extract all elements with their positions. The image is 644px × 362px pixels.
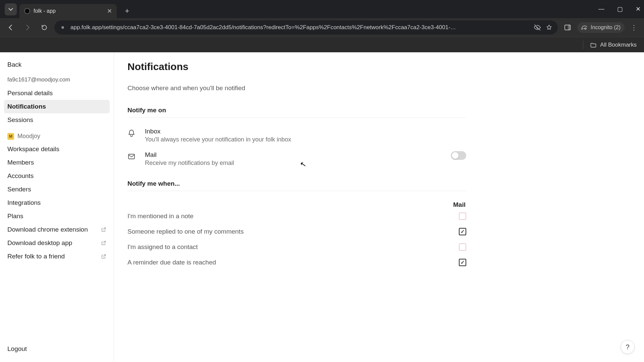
when-row: Someone replied to one of my comments✓ (127, 224, 466, 239)
external-link-icon (101, 254, 106, 259)
notify-on-label: Notify me on (127, 107, 631, 114)
workspace-badge[interactable]: M Moodjoy (4, 127, 110, 142)
back-link[interactable]: Back (4, 58, 110, 75)
incognito-label: Incognito (2) (591, 24, 621, 31)
mail-checkbox[interactable]: ✓ (459, 228, 466, 235)
tab-search-dropdown[interactable] (5, 3, 17, 15)
settings-sidebar: Back fa9c1617@moodjoy.com Personal detai… (0, 52, 114, 362)
window-close-icon[interactable]: ✕ (636, 5, 641, 13)
sidebar-item-download-desktop-app[interactable]: Download desktop app (4, 236, 110, 250)
sidebar-item-label: Refer folk to a friend (7, 253, 65, 260)
help-button[interactable]: ? (621, 340, 635, 354)
when-row: A reminder due date is reached✓ (127, 255, 466, 270)
external-link-icon (101, 227, 106, 232)
when-row: I'm mentioned in a note✓ (127, 208, 466, 224)
sidebar-item-members[interactable]: Members (4, 156, 110, 169)
workspace-name: Moodjoy (17, 133, 40, 140)
sidebar-item-refer-folk-to-a-friend[interactable]: Refer folk to a friend (4, 250, 110, 263)
browser-toolbar: app.folk.app/settings/ccaa7ca2-3ce3-4001… (0, 18, 644, 37)
page-subtitle: Choose where and when you'll be notified (127, 84, 631, 92)
sidebar-item-sessions[interactable]: Sessions (4, 113, 110, 127)
channel-row-inbox: InboxYou'll always receive your notifica… (127, 124, 466, 147)
when-row-label: Someone replied to one of my comments (127, 228, 244, 235)
window-maximize-icon[interactable]: ▢ (617, 5, 623, 13)
channel-title: Mail (145, 151, 234, 159)
bell-icon (127, 128, 138, 137)
page-title: Notifications (127, 61, 631, 72)
sidebar-item-personal-details[interactable]: Personal details (4, 86, 110, 100)
bookmarks-bar: All Bookmarks (0, 37, 644, 52)
channel-desc: Receive my notifications by email (145, 160, 234, 167)
when-row-label: I'm assigned to a contact (127, 243, 198, 251)
side-panel-icon[interactable] (564, 24, 571, 31)
tab-title: folk - app (34, 8, 56, 14)
eye-off-icon[interactable] (534, 24, 541, 31)
sidebar-item-workspace-details[interactable]: Workspace details (4, 142, 110, 156)
sidebar-item-plans[interactable]: Plans (4, 209, 110, 223)
mail-checkbox[interactable]: ✓ (459, 259, 466, 266)
logout-link[interactable]: Logout (4, 342, 110, 356)
when-row-label: A reminder due date is reached (127, 259, 216, 266)
notify-when-label: Notify me when... (127, 180, 631, 187)
sidebar-item-senders[interactable]: Senders (4, 183, 110, 196)
settings-main: Notifications Choose where and when you'… (114, 52, 644, 362)
window-minimize-icon[interactable]: ― (598, 5, 604, 13)
nav-reload-button[interactable] (38, 21, 51, 34)
tab-favicon (24, 8, 30, 14)
tab-close-icon[interactable]: ✕ (100, 7, 112, 15)
all-bookmarks-label: All Bookmarks (600, 42, 637, 48)
divider (127, 117, 466, 118)
channel-toggle-mail[interactable] (451, 151, 466, 160)
channel-desc: You'll always receive your notification … (145, 136, 291, 143)
sidebar-item-download-chrome-extension[interactable]: Download chrome extension (4, 223, 110, 236)
mail-checkbox: ✓ (459, 213, 466, 220)
browser-tab[interactable]: folk - app ✕ (19, 4, 117, 18)
all-bookmarks-button[interactable]: All Bookmarks (590, 42, 637, 48)
chrome-menu-icon[interactable]: ⋮ (631, 23, 637, 32)
mail-checkbox: ✓ (459, 243, 466, 251)
nav-forward-button[interactable] (21, 21, 34, 34)
url-text: app.folk.app/settings/ccaa7ca2-3ce3-4001… (70, 24, 529, 31)
channel-title: Inbox (145, 128, 291, 135)
browser-tab-strip: folk - app ✕ + ― ▢ ✕ (0, 0, 644, 18)
workspace-avatar: M (7, 133, 14, 140)
when-row: I'm assigned to a contact✓ (127, 239, 466, 255)
site-settings-icon[interactable] (60, 24, 66, 31)
when-row-label: I'm mentioned in a note (127, 213, 194, 220)
bookmark-star-icon[interactable] (546, 24, 552, 31)
window-controls: ― ▢ ✕ (598, 5, 641, 13)
sidebar-item-integrations[interactable]: Integrations (4, 196, 110, 209)
when-column-mail: Mail (453, 201, 466, 208)
when-table-header: Mail (127, 201, 466, 208)
sidebar-item-accounts[interactable]: Accounts (4, 169, 110, 183)
mail-icon (127, 151, 138, 161)
new-tab-button[interactable]: + (121, 5, 133, 17)
sidebar-item-label: Download desktop app (7, 239, 72, 247)
sidebar-item-notifications[interactable]: Notifications (4, 100, 110, 113)
channel-row-mail: MailReceive my notifications by email (127, 147, 466, 171)
external-link-icon (101, 240, 106, 246)
incognito-indicator[interactable]: Incognito (2) (577, 22, 625, 33)
account-email: fa9c1617@moodjoy.com (4, 75, 110, 86)
divider (127, 191, 466, 191)
sidebar-item-label: Download chrome extension (7, 226, 88, 233)
address-bar[interactable]: app.folk.app/settings/ccaa7ca2-3ce3-4001… (54, 20, 558, 35)
nav-back-button[interactable] (4, 21, 17, 34)
svg-rect-1 (568, 25, 570, 30)
